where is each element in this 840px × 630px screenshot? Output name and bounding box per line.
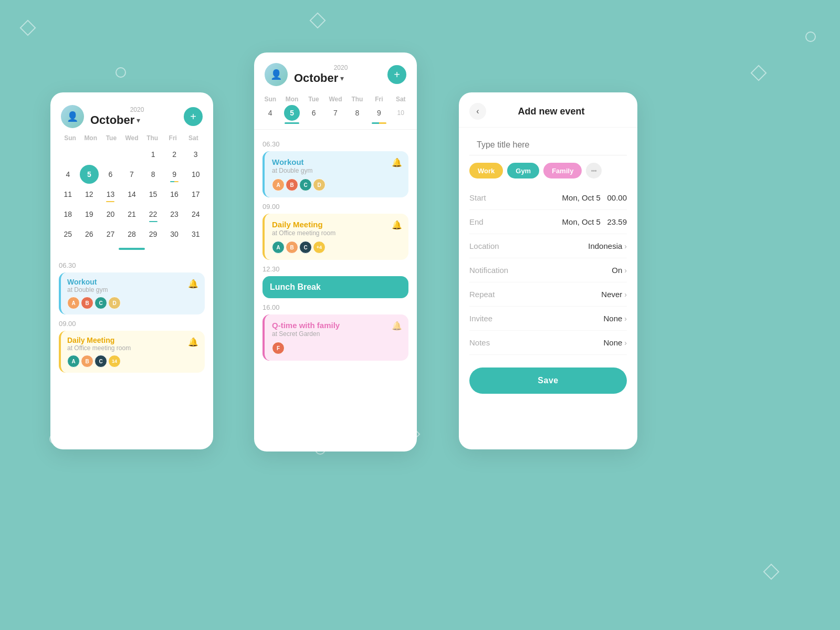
schedule-title-group: 2020 October ▾ xyxy=(294,64,387,85)
chevron-right-icon: › xyxy=(624,242,627,250)
week-navigation: Sun 4 Mon 5 Tue 6 Wed 7 Thu 8 Fri 9 xyxy=(254,91,417,130)
avatar: B xyxy=(81,355,93,368)
schedule-header: 👤 2020 October ▾ + xyxy=(254,52,417,91)
calendar-day[interactable]: 28 xyxy=(122,225,141,244)
notification-field[interactable]: Notification On › xyxy=(469,258,627,282)
event-title: Daily Meeting xyxy=(67,336,198,344)
bg-circle-2 xyxy=(805,32,816,42)
bell-icon: 🔔 xyxy=(188,337,198,347)
event-card-workout[interactable]: Workout at Double gym 🔔 A B C D xyxy=(59,272,205,314)
bg-diamond-1 xyxy=(19,19,36,36)
calendar-day[interactable]: 9 xyxy=(165,165,184,184)
repeat-field[interactable]: Repeat Never › xyxy=(469,282,627,307)
calendar-day[interactable]: 20 xyxy=(101,205,120,224)
calendar-panel: 👤 2020 October ▾ + Sun Mon Tue Wed Thu F… xyxy=(50,92,213,449)
event-avatars: A B C 14 xyxy=(67,355,198,368)
avatar-count: +4 xyxy=(313,241,326,254)
calendar-day[interactable]: 18 xyxy=(58,205,77,224)
add-event-button[interactable]: + xyxy=(184,107,203,126)
week-day-mon[interactable]: Mon 5 xyxy=(281,96,302,129)
event-title-input[interactable] xyxy=(469,135,627,155)
calendar-day[interactable]: 2 xyxy=(165,145,184,164)
week-day-sat[interactable]: Sat 10 xyxy=(390,96,412,129)
calendar-title-group: 2020 October ▾ xyxy=(90,106,184,127)
calendar-day[interactable]: 4 xyxy=(58,165,77,184)
category-tags: Work Gym Family ••• xyxy=(459,163,637,186)
notes-field[interactable]: Notes None › xyxy=(469,331,627,355)
calendar-day[interactable]: 24 xyxy=(186,205,205,224)
month-dropdown-icon[interactable]: ▾ xyxy=(136,116,140,124)
week-day-thu[interactable]: Thu 8 xyxy=(346,96,368,129)
calendar-day[interactable]: 30 xyxy=(165,225,184,244)
calendar-day[interactable]: 8 xyxy=(144,165,163,184)
calendar-day[interactable]: 25 xyxy=(58,225,77,244)
calendar-day[interactable]: 29 xyxy=(144,225,163,244)
week-day-fri[interactable]: Fri 9 xyxy=(368,96,390,129)
schedule-time-2: 09.00 xyxy=(262,203,408,211)
event-avatars: F xyxy=(272,342,401,354)
calendar-day[interactable]: 15 xyxy=(144,185,163,204)
calendar-day[interactable]: 23 xyxy=(165,205,184,224)
avatar: B xyxy=(286,178,298,191)
bg-circle-1 xyxy=(116,67,126,78)
event-time-2: 09.00 xyxy=(59,320,205,328)
schedule-event-lunch[interactable]: Lunch Break xyxy=(262,276,408,298)
calendar-header: 👤 2020 October ▾ + xyxy=(50,92,213,134)
location-value: Indonesia xyxy=(588,242,622,250)
event-avatars: A B C +4 xyxy=(272,241,401,254)
avatar: C xyxy=(299,178,312,191)
week-day-wed[interactable]: Wed 7 xyxy=(324,96,346,129)
calendar-day[interactable]: 26 xyxy=(80,225,99,244)
save-button[interactable]: Save xyxy=(469,368,627,394)
end-field[interactable]: End Mon, Oct 5 23.59 xyxy=(469,210,627,234)
tag-more[interactable]: ••• xyxy=(586,163,602,178)
calendar-day[interactable]: 1 xyxy=(144,145,163,164)
avatar: B xyxy=(81,297,93,309)
repeat-value: Never xyxy=(601,290,622,299)
calendar-day[interactable]: 22 xyxy=(144,205,163,224)
add-event-panel: ‹ Add new event Work Gym Family ••• Star… xyxy=(459,92,637,449)
schedule-year: 2020 xyxy=(294,64,387,71)
event-time-1: 06.30 xyxy=(59,261,205,269)
schedule-list: 06.30 Workout at Double gym 🔔 A B C D 09… xyxy=(254,130,417,455)
start-value: Mon, Oct 5 00.00 xyxy=(562,193,627,202)
event-subtitle: at Office meeting room xyxy=(67,344,198,352)
calendar-day[interactable]: 12 xyxy=(80,185,99,204)
calendar-day[interactable]: 27 xyxy=(101,225,120,244)
calendar-days-grid: 1 2 3 4 5 6 7 8 9 10 11 12 13 14 15 16 1… xyxy=(58,145,206,244)
tag-gym[interactable]: Gym xyxy=(507,163,539,178)
calendar-day[interactable]: 14 xyxy=(122,185,141,204)
schedule-event-workout[interactable]: Workout at Double gym 🔔 A B C D xyxy=(262,151,408,197)
calendar-month: October xyxy=(90,113,134,127)
event-subtitle: at Double gym xyxy=(272,167,401,174)
calendar-day[interactable]: 10 xyxy=(186,165,205,184)
calendar-day[interactable]: 7 xyxy=(122,165,141,184)
start-field[interactable]: Start Mon, Oct 5 00.00 xyxy=(469,186,627,210)
week-day-sun[interactable]: Sun 4 xyxy=(259,96,281,129)
calendar-day[interactable]: 16 xyxy=(165,185,184,204)
schedule-event-meeting[interactable]: Daily Meeting at Office meeting room 🔔 A… xyxy=(262,214,408,260)
location-field[interactable]: Location Indonesia › xyxy=(469,234,627,258)
bell-icon: 🔔 xyxy=(392,220,402,230)
month-chevron-icon[interactable]: ▾ xyxy=(340,74,344,82)
back-button[interactable]: ‹ xyxy=(469,103,486,120)
calendar-day-today[interactable]: 5 xyxy=(80,165,99,184)
calendar-day[interactable]: 13 xyxy=(101,185,120,204)
tag-work[interactable]: Work xyxy=(469,163,503,178)
invitee-field[interactable]: Invitee None › xyxy=(469,307,627,331)
chevron-right-icon: › xyxy=(624,266,627,275)
add-event-button-center[interactable]: + xyxy=(387,65,406,84)
schedule-event-family[interactable]: Q-time with family at Secret Garden 🔔 F xyxy=(262,314,408,361)
calendar-day[interactable]: 3 xyxy=(186,145,205,164)
week-day-tue[interactable]: Tue 6 xyxy=(303,96,324,129)
tag-family[interactable]: Family xyxy=(543,163,582,178)
chevron-right-icon: › xyxy=(624,314,627,323)
event-card-meeting[interactable]: Daily Meeting at Office meeting room 🔔 A… xyxy=(59,331,205,373)
calendar-days-header: Sun Mon Tue Wed Thu Fri Sat xyxy=(58,134,206,142)
calendar-day[interactable]: 31 xyxy=(186,225,205,244)
calendar-day[interactable]: 19 xyxy=(80,205,99,224)
calendar-day[interactable]: 21 xyxy=(122,205,141,224)
calendar-day[interactable]: 11 xyxy=(58,185,77,204)
calendar-day[interactable]: 17 xyxy=(186,185,205,204)
calendar-day[interactable]: 6 xyxy=(101,165,120,184)
